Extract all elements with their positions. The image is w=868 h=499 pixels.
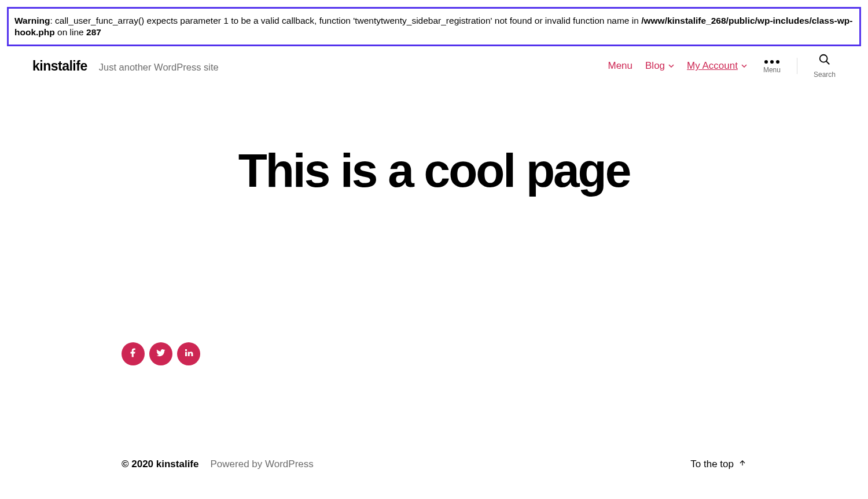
search-toggle-label: Search — [814, 71, 836, 79]
search-icon — [818, 53, 831, 68]
warning-online: on line — [55, 27, 86, 37]
primary-nav: Menu Blog My Account — [608, 60, 747, 72]
warning-label: Warning — [14, 16, 50, 25]
header-right: Menu Blog My Account Menu — [608, 53, 836, 79]
nav-menu-label: Menu — [608, 60, 633, 72]
to-top-link[interactable]: To the top — [690, 459, 746, 470]
nav-account-label: My Account — [687, 60, 738, 72]
search-toggle[interactable]: Search — [814, 53, 836, 79]
nav-blog[interactable]: Blog — [645, 60, 674, 72]
svg-point-0 — [820, 55, 827, 62]
twitter-icon — [156, 348, 166, 360]
warning-message: : call_user_func_array() expects paramet… — [50, 16, 641, 25]
menu-toggle[interactable]: Menu — [763, 58, 781, 74]
facebook-link[interactable] — [122, 342, 145, 365]
linkedin-link[interactable] — [177, 342, 200, 365]
copyright: © 2020 kinstalife — [122, 459, 199, 470]
menu-toggle-label: Menu — [763, 66, 781, 74]
site-title[interactable]: kinstalife — [32, 58, 87, 74]
svg-line-1 — [826, 61, 830, 65]
to-top-label: To the top — [690, 459, 734, 470]
vertical-separator — [797, 58, 797, 74]
nav-my-account[interactable]: My Account — [687, 60, 747, 72]
chevron-down-icon — [668, 63, 674, 69]
facebook-icon — [128, 348, 138, 360]
footer-left: © 2020 kinstalife Powered by WordPress — [122, 459, 314, 470]
site-footer: © 2020 kinstalife Powered by WordPress T… — [0, 459, 868, 470]
nav-menu[interactable]: Menu — [608, 60, 633, 72]
ellipsis-icon — [764, 58, 779, 64]
page-title: This is a cool page — [0, 143, 868, 198]
header-left: kinstalife Just another WordPress site — [32, 58, 219, 74]
social-links — [122, 342, 868, 365]
linkedin-icon — [183, 348, 194, 360]
php-warning-box: Warning: call_user_func_array() expects … — [7, 7, 861, 46]
warning-line: 287 — [86, 27, 101, 37]
powered-by[interactable]: Powered by WordPress — [211, 459, 314, 470]
site-tagline: Just another WordPress site — [99, 62, 219, 73]
site-header: kinstalife Just another WordPress site M… — [0, 46, 868, 86]
arrow-up-icon — [738, 459, 746, 470]
nav-blog-label: Blog — [645, 60, 665, 72]
chevron-down-icon — [741, 63, 747, 69]
twitter-link[interactable] — [149, 342, 172, 365]
